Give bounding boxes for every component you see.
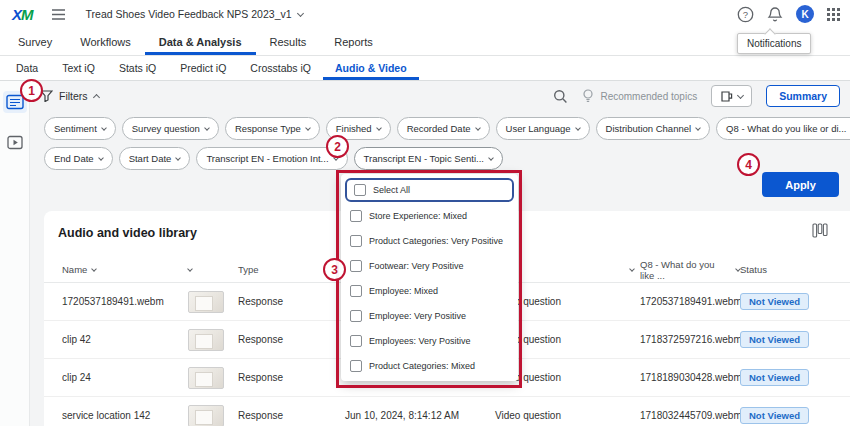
dropdown-item-label: Product Categories: Very Positive — [369, 236, 503, 246]
sidebar-item-video-player[interactable] — [3, 131, 27, 153]
checkbox[interactable] — [350, 235, 362, 247]
chip-start-date[interactable]: Start Date — [119, 147, 191, 170]
subtab-audio-video[interactable]: Audio & Video — [323, 56, 419, 80]
status-badge: Not Viewed — [740, 369, 809, 386]
name-cell: service location 142 — [62, 410, 188, 421]
tab-data-analysis[interactable]: Data & Analysis — [145, 28, 256, 55]
video-thumbnail[interactable] — [188, 367, 224, 389]
type-cell: Response — [238, 372, 345, 383]
dropdown-item-label: Store Experience: Mixed — [369, 211, 467, 221]
tab-results[interactable]: Results — [256, 28, 321, 55]
header-label: Status — [740, 264, 767, 275]
type-cell: Response — [238, 410, 345, 421]
table-row[interactable]: service location 142 Response Jun 10, 20… — [44, 397, 850, 426]
checkbox[interactable] — [350, 360, 362, 372]
chip-label: Transcript EN - Topic Senti... — [364, 153, 484, 164]
tab-workflows[interactable]: Workflows — [66, 28, 145, 55]
chip-distribution-channel[interactable]: Distribution Channel — [596, 117, 711, 140]
notifications-bell-icon[interactable] — [767, 6, 783, 23]
main-nav: Survey Workflows Data & Analysis Results… — [0, 28, 850, 56]
chevron-down-icon — [98, 155, 104, 161]
chip-response-type[interactable]: Response Type — [225, 117, 320, 140]
name-cell: 1720537189491.webm — [62, 296, 188, 307]
mug-icon — [720, 90, 733, 103]
video-thumbnail[interactable] — [188, 329, 224, 351]
subtab-text-iq[interactable]: Text iQ — [50, 56, 107, 80]
xm-logo[interactable]: XM — [12, 6, 33, 23]
apps-grid-icon[interactable] — [827, 8, 840, 21]
header-q8[interactable]: Q8 - What do you like ... — [640, 259, 740, 281]
columns-icon[interactable] — [812, 223, 828, 242]
sub-nav: Data Text iQ Stats iQ Predict iQ Crossta… — [0, 56, 850, 81]
lightbulb-icon — [582, 89, 594, 103]
xm-logo-m: M — [21, 6, 33, 23]
hamburger-icon[interactable] — [51, 8, 66, 21]
video-thumbnail[interactable] — [188, 405, 224, 426]
dropdown-item[interactable]: Store Experience: Mixed — [341, 203, 518, 228]
header-label: Name — [62, 264, 87, 275]
subtab-data[interactable]: Data — [4, 56, 50, 80]
chip-label: User Language — [506, 123, 571, 134]
q8-cell: 1718032445709.webm — [640, 410, 740, 421]
filters-toggle[interactable]: Filters — [40, 90, 99, 102]
chip-recorded-date[interactable]: Recorded Date — [397, 117, 490, 140]
dropdown-item[interactable]: Employees: Very Positive — [341, 328, 518, 353]
chip-label: End Date — [54, 153, 94, 164]
apply-button[interactable]: Apply — [762, 172, 839, 197]
video-thumbnail[interactable] — [188, 291, 224, 313]
dropdown-item[interactable]: Employee: Very Positive — [341, 303, 518, 328]
chip-finished[interactable]: Finished — [326, 117, 391, 140]
chip-user-language[interactable]: User Language — [496, 117, 590, 140]
library-title: Audio and video library — [58, 226, 197, 240]
export-menu-button[interactable] — [711, 85, 752, 107]
checkbox[interactable] — [350, 310, 362, 322]
tab-survey[interactable]: Survey — [4, 28, 66, 55]
summary-button[interactable]: Summary — [766, 85, 840, 107]
subtab-stats-iq[interactable]: Stats iQ — [107, 56, 168, 80]
subtab-predict-iq[interactable]: Predict iQ — [168, 56, 238, 80]
app-root: XM Tread Shoes Video Feedback NPS 2023_v… — [0, 0, 850, 426]
dropdown-item[interactable]: Product Categories: Very Positive — [341, 228, 518, 253]
checkbox[interactable] — [350, 260, 362, 272]
checkbox[interactable] — [350, 335, 362, 347]
dropdown-item-label: Select All — [373, 185, 410, 195]
chip-label: Sentiment — [54, 123, 97, 134]
chip-survey-question[interactable]: Survey question — [122, 117, 219, 140]
chip-transcript-emotion[interactable]: Transcript EN - Emotion Int... — [196, 147, 347, 170]
tab-reports[interactable]: Reports — [320, 28, 387, 55]
recommended-topics-label: Recommended topics — [600, 91, 697, 102]
header-name[interactable]: Name — [62, 264, 188, 275]
chevron-down-icon — [488, 155, 494, 161]
project-title-dropdown[interactable]: Tread Shoes Video Feedback NPS 2023_v1 — [86, 8, 303, 20]
sidebar-item-media-library[interactable] — [3, 91, 27, 113]
subtab-crosstabs-iq[interactable]: Crosstabs iQ — [238, 56, 323, 80]
recommended-topics-button[interactable]: Recommended topics — [582, 89, 697, 103]
chip-end-date[interactable]: End Date — [44, 147, 113, 170]
dropdown-item-select-all[interactable]: Select All — [345, 178, 514, 202]
avatar[interactable]: K — [796, 5, 814, 23]
search-icon[interactable] — [553, 89, 568, 104]
chip-q8[interactable]: Q8 - What do you like or di... — [716, 117, 850, 140]
checkbox[interactable] — [350, 210, 362, 222]
top-bar: XM Tread Shoes Video Feedback NPS 2023_v… — [0, 0, 850, 28]
help-icon[interactable]: ? — [737, 6, 754, 23]
chip-label: Response Type — [235, 123, 301, 134]
chip-label: Survey question — [132, 123, 200, 134]
type-cell: Response — [238, 334, 345, 345]
header-status[interactable]: Status — [740, 264, 850, 275]
checkbox[interactable] — [354, 184, 366, 196]
chip-sentiment[interactable]: Sentiment — [44, 117, 116, 140]
chevron-up-icon — [93, 94, 100, 101]
dropdown-item[interactable]: Product Categories: Mixed — [341, 353, 518, 378]
header-label: Type — [238, 264, 259, 275]
header-type[interactable]: Type — [238, 264, 345, 275]
checkbox[interactable] — [350, 285, 362, 297]
filter-chip-row-2: End Date Start Date Transcript EN - Emot… — [44, 147, 844, 170]
dropdown-item[interactable]: Employee: Mixed — [341, 278, 518, 303]
chevron-down-icon — [695, 125, 701, 131]
chevron-down-icon — [176, 155, 182, 161]
svg-text:?: ? — [743, 9, 748, 20]
chip-transcript-topic-sentiment[interactable]: Transcript EN - Topic Senti... — [354, 147, 503, 170]
header-thumbnail[interactable] — [188, 269, 238, 271]
dropdown-item[interactable]: Footwear: Very Positive — [341, 253, 518, 278]
